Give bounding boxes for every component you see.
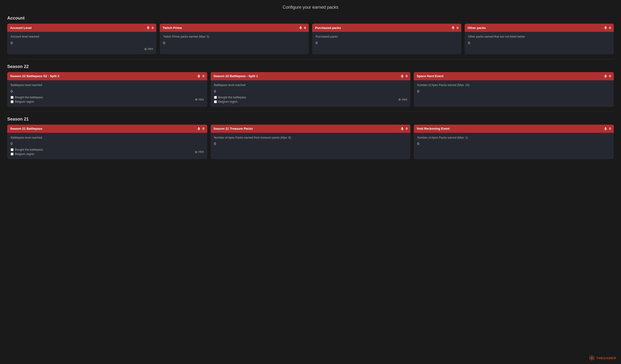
card-body-purchased-packs: Purchased packs0 xyxy=(312,32,461,50)
checkbox-row-s21-bp-0[interactable]: Bought the battlepass xyxy=(11,148,43,151)
checkbox-label-s21-bp-1: Belgium region xyxy=(15,152,34,156)
hint-label-s22-bp-split1: Hint xyxy=(402,98,407,101)
cards-row-season22: Season 22 Battlepass S2 - Split 2 0Battl… xyxy=(7,72,614,107)
pack-icon-purchased-packs xyxy=(451,26,455,30)
card-header-right-s21-treasure-packs: 0 xyxy=(400,127,408,131)
card-description-s22-bp-split1: Battlepass level reached xyxy=(214,83,407,87)
card-other-packs: Other packs 0Other packs earned that are… xyxy=(465,24,614,54)
card-body-twitch-prime: Twitch Prime packs earned (Max: 5)0 xyxy=(160,32,309,50)
card-title-void-reckoning-event: Void Reckoning Event xyxy=(417,127,449,131)
hint-button-s22-bp-split1[interactable]: ⊕Hint xyxy=(398,98,407,101)
branding-name: THEGAMER xyxy=(596,356,616,360)
hint-label-s21-bp: Hint xyxy=(199,150,204,154)
pack-icon-void-reckoning-event xyxy=(604,127,608,131)
section-label-season22: Season 22 xyxy=(7,64,614,69)
card-footer-left-s22-bp-s2-split2: Bought the battlepassBelgium region xyxy=(11,96,43,103)
card-header-other-packs: Other packs 0 xyxy=(465,24,614,32)
checkbox-row-s21-bp-1[interactable]: Belgium region xyxy=(11,152,43,156)
card-header-right-account-level: 0 xyxy=(146,26,154,30)
card-s22-bp-split1: Season 22 Battlepass - Split 1 0Battlepa… xyxy=(211,72,411,107)
card-header-right-purchased-packs: 0 xyxy=(451,26,458,30)
card-value-s22-bp-split1[interactable]: 0 xyxy=(214,89,407,93)
card-title-s22-bp-split1: Season 22 Battlepass - Split 1 xyxy=(213,74,258,78)
card-count-void-reckoning-event: 0 xyxy=(609,127,611,131)
checkbox-label-s22-bp-s2-split2-1: Belgium region xyxy=(15,100,34,103)
hint-button-account-level[interactable]: ⊕Hint xyxy=(144,47,153,51)
checkbox-row-s22-bp-s2-split2-0[interactable]: Bought the battlepass xyxy=(11,96,43,99)
card-description-s21-treasure-packs: Number of Apex Packs earned from treasur… xyxy=(214,136,407,140)
card-header-right-void-reckoning-event: 0 xyxy=(604,127,611,131)
card-s22-bp-s2-split2: Season 22 Battlepass S2 - Split 2 0Battl… xyxy=(7,72,207,107)
card-twitch-prime: Twitch Prime 0Twitch Prime packs earned … xyxy=(160,24,309,54)
card-value-account-level[interactable]: 0 xyxy=(11,41,153,45)
card-body-s22-bp-s2-split2: Battlepass level reached0Bought the batt… xyxy=(7,80,207,107)
pack-icon-s21-bp xyxy=(197,127,201,131)
section-season22: Season 22Season 22 Battlepass S2 - Split… xyxy=(7,64,614,112)
card-count-twitch-prime: 0 xyxy=(304,26,306,30)
checkbox-s22-bp-split1-1[interactable] xyxy=(214,100,217,103)
checkbox-s21-bp-1[interactable] xyxy=(11,153,14,155)
card-footer-s22-bp-s2-split2: Bought the battlepassBelgium region⊕Hint xyxy=(11,96,204,103)
pack-icon-account-level xyxy=(146,26,150,30)
card-account-level: Account Level 0Account level reached0⊕Hi… xyxy=(7,24,156,54)
checkbox-s21-bp-0[interactable] xyxy=(11,148,14,151)
card-value-s21-bp[interactable]: 0 xyxy=(11,142,204,146)
card-description-account-level: Account level reached xyxy=(11,35,153,39)
checkbox-label-s22-bp-split1-0: Bought the battlepass xyxy=(218,96,246,99)
card-count-s22-bp-s2-split2: 0 xyxy=(202,74,204,78)
checkbox-row-s22-bp-split1-1[interactable]: Belgium region xyxy=(214,100,246,103)
card-purchased-packs: Purchased packs 0Purchased packs0 xyxy=(312,24,461,54)
card-footer-s21-bp: Bought the battlepassBelgium region⊕Hint xyxy=(11,148,204,156)
checkbox-s22-bp-s2-split2-1[interactable] xyxy=(11,100,14,103)
card-count-purchased-packs: 0 xyxy=(457,26,458,30)
card-value-void-reckoning-event[interactable]: 0 xyxy=(417,142,610,146)
card-header-account-level: Account Level 0 xyxy=(7,24,156,32)
card-header-right-other-packs: 0 xyxy=(604,26,611,30)
cards-row-account: Account Level 0Account level reached0⊕Hi… xyxy=(7,24,614,54)
card-value-twitch-prime[interactable]: 0 xyxy=(163,41,305,45)
hint-button-s21-bp[interactable]: ⊕Hint xyxy=(195,150,204,154)
card-value-purchased-packs[interactable]: 0 xyxy=(316,41,458,45)
hint-icon-s22-bp-s2-split2: ⊕ xyxy=(195,98,198,101)
card-description-s22-bp-s2-split2: Battlepass level reached xyxy=(11,83,204,87)
hint-icon-s21-bp: ⊕ xyxy=(195,150,198,154)
card-header-s22-bp-split1: Season 22 Battlepass - Split 1 0 xyxy=(211,72,411,80)
card-body-s21-bp: Battlepass level reached0Bought the batt… xyxy=(7,133,207,159)
card-value-s21-treasure-packs[interactable]: 0 xyxy=(214,142,407,146)
card-header-s21-treasure-packs: Season 21 Treasure Packs 0 xyxy=(211,125,411,133)
card-body-s21-treasure-packs: Number of Apex Packs earned from treasur… xyxy=(211,133,411,151)
thegamer-logo-icon xyxy=(589,355,594,361)
pack-icon-space-hunt-event xyxy=(604,74,608,78)
hint-icon-account-level: ⊕ xyxy=(144,47,147,51)
card-value-space-hunt-event[interactable]: 0 xyxy=(417,89,610,93)
pack-icon-s21-treasure-packs xyxy=(400,127,404,131)
checkbox-s22-bp-split1-0[interactable] xyxy=(214,96,217,99)
card-footer-s22-bp-split1: Bought the battlepassBelgium region⊕Hint xyxy=(214,96,407,103)
hint-label-s22-bp-s2-split2: Hint xyxy=(199,98,204,101)
card-body-account-level: Account level reached0⊕Hint xyxy=(7,32,156,54)
divider-1 xyxy=(7,112,614,112)
card-count-s22-bp-split1: 0 xyxy=(406,74,408,78)
card-description-twitch-prime: Twitch Prime packs earned (Max: 5) xyxy=(163,35,305,39)
divider-0 xyxy=(7,59,614,59)
pack-icon-twitch-prime xyxy=(298,26,303,30)
hint-button-s22-bp-s2-split2[interactable]: ⊕Hint xyxy=(195,98,204,101)
card-value-other-packs[interactable]: 0 xyxy=(468,41,610,45)
card-description-s21-bp: Battlepass level reached xyxy=(11,136,204,140)
card-value-s22-bp-s2-split2[interactable]: 0 xyxy=(11,89,204,93)
card-title-account-level: Account Level xyxy=(10,26,32,30)
checkbox-row-s22-bp-s2-split2-1[interactable]: Belgium region xyxy=(11,100,43,103)
card-void-reckoning-event: Void Reckoning Event 0Number of Apex Pac… xyxy=(414,125,614,159)
page-title: Configure your earned packs xyxy=(7,5,614,10)
pack-icon-s22-bp-s2-split2 xyxy=(197,74,201,78)
pack-icon-other-packs xyxy=(604,26,608,30)
card-header-right-space-hunt-event: 0 xyxy=(604,74,611,78)
card-title-s21-bp: Season 21 Battlepass xyxy=(10,127,42,131)
card-title-space-hunt-event: Space Hunt Event xyxy=(417,74,443,78)
checkbox-row-s22-bp-split1-0[interactable]: Bought the battlepass xyxy=(214,96,246,99)
card-title-other-packs: Other packs xyxy=(467,26,486,30)
checkbox-s22-bp-s2-split2-0[interactable] xyxy=(11,96,14,99)
card-title-s21-treasure-packs: Season 21 Treasure Packs xyxy=(213,127,253,131)
section-season21: Season 21Season 21 Battlepass 0Battlepas… xyxy=(7,117,614,159)
card-footer-account-level: ⊕Hint xyxy=(11,47,153,51)
